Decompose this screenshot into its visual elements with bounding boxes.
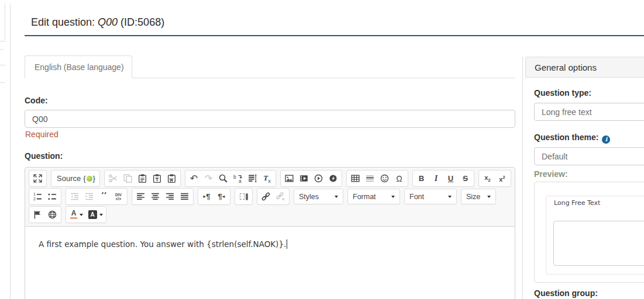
numbered-list-button[interactable]: 12 [30, 189, 45, 204]
toolgroup-colors: A A [66, 206, 106, 223]
question-label: Question: [25, 151, 63, 161]
paste-button[interactable] [135, 171, 150, 186]
language-button[interactable] [236, 189, 251, 204]
tab-english-base-language[interactable]: English (Base language) [25, 55, 132, 78]
background-color-button[interactable]: A [86, 207, 105, 222]
italic-button[interactable]: I [429, 171, 443, 186]
placeholder-button[interactable] [30, 207, 45, 222]
question-theme-value: Default [542, 152, 567, 161]
editor-toolbar-row-2: 12 ” DIV</> ▸¶ ¶◂ [28, 187, 512, 206]
text-direction-ltr-button[interactable]: ▸¶ [199, 189, 214, 204]
blockquote-button[interactable]: ” [97, 189, 111, 204]
special-char-button[interactable]: Ω [392, 171, 407, 186]
copy-icon [123, 173, 133, 183]
align-center-button[interactable] [148, 189, 163, 204]
copy-button[interactable] [120, 171, 135, 186]
insert-image-button[interactable] [282, 171, 297, 186]
title-divider-rule [25, 35, 644, 36]
question-group-label: Question group: [534, 288, 598, 298]
lime-replacement-fields-icon: {} [83, 174, 95, 183]
right-panel-divider [522, 57, 523, 299]
text-color-button[interactable]: A [67, 207, 86, 222]
flash-button[interactable] [326, 171, 340, 186]
strikethrough-button[interactable]: S [458, 171, 473, 186]
select-all-button[interactable] [245, 171, 260, 186]
align-justify-button[interactable] [177, 189, 192, 204]
tab-label: English (Base language) [35, 62, 124, 72]
size-dropdown[interactable]: Size [461, 189, 496, 204]
replace-icon: ba [233, 173, 243, 183]
question-theme-label: Question theme:i [534, 133, 610, 144]
increase-indent-button[interactable] [82, 189, 97, 204]
undo-button[interactable]: ↶ [187, 171, 201, 186]
insert-link-button[interactable] [259, 189, 273, 204]
bulleted-list-button[interactable] [45, 189, 60, 204]
align-center-icon [150, 192, 160, 201]
page-title-question-code: Q00 [98, 16, 118, 28]
paste-text-icon [152, 173, 162, 183]
code-input[interactable] [25, 110, 515, 128]
bold-button[interactable]: B [414, 171, 429, 186]
toolgroup-bidi: ▸¶ ¶◂ [198, 188, 230, 205]
underline-icon: U [448, 174, 453, 183]
text-color-icon: A [70, 210, 77, 219]
subscript-button[interactable]: x2 [480, 171, 495, 186]
select-all-icon [247, 173, 257, 183]
general-options-title: General options [535, 62, 597, 72]
general-options-panel-header[interactable]: General options [525, 57, 644, 78]
svg-text:1: 1 [33, 192, 36, 196]
text-direction-rtl-button[interactable]: ¶◂ [214, 189, 229, 204]
format-dropdown[interactable]: Format [347, 189, 400, 204]
align-right-button[interactable] [163, 189, 177, 204]
underline-button[interactable]: U [443, 171, 458, 186]
create-div-button[interactable]: DIV</> [111, 189, 126, 204]
align-left-icon [136, 192, 146, 201]
filmstrip-play-icon [299, 173, 309, 183]
info-icon[interactable]: i [602, 135, 610, 144]
ltr-icon: ▸¶ [204, 193, 211, 200]
paste-as-text-button[interactable] [150, 171, 164, 186]
page-title-prefix: Edit question: [31, 16, 95, 28]
insert-table-button[interactable] [348, 171, 363, 186]
chevron-down-icon [335, 196, 338, 198]
decrease-indent-button[interactable] [67, 189, 82, 204]
redo-button[interactable]: ↷ [201, 171, 216, 186]
insert-video-button[interactable] [297, 171, 311, 186]
sidebar-row-divider [0, 82, 5, 83]
horizontal-rule-icon [365, 173, 375, 183]
find-button[interactable] [216, 171, 230, 186]
page-title: Edit question:Q00(ID:5068) [31, 16, 164, 29]
editor-content-area[interactable]: A first example question. You answer wit… [25, 227, 515, 299]
unlink-icon [275, 192, 285, 201]
replace-button[interactable]: ba [230, 171, 245, 186]
media-embed-button[interactable] [311, 171, 326, 186]
cut-button[interactable] [106, 171, 120, 186]
toolgroup-media [280, 170, 342, 187]
iframe-button[interactable] [45, 207, 60, 222]
align-left-button[interactable] [133, 189, 148, 204]
font-dropdown-label: Font [409, 193, 424, 201]
maximize-button[interactable] [30, 171, 45, 186]
styles-dropdown-label: Styles [299, 193, 319, 201]
preview-label: Preview: [534, 169, 568, 179]
superscript-button[interactable]: x2 [495, 171, 509, 186]
question-theme-select[interactable]: Default [534, 147, 644, 165]
font-dropdown[interactable]: Font [404, 189, 457, 204]
chevron-down-icon [391, 196, 395, 198]
paste-from-word-button[interactable] [164, 171, 179, 186]
question-text: A first example question. You answer wit… [39, 239, 286, 249]
text-cursor [287, 239, 287, 249]
table-icon [350, 173, 360, 183]
format-dropdown-label: Format [353, 193, 376, 201]
superscript-icon: x2 [499, 175, 505, 183]
source-button[interactable]: Source {} [53, 171, 98, 186]
question-type-select[interactable]: Long free text [534, 103, 644, 121]
horizontal-rule-button[interactable] [363, 171, 377, 186]
unlink-button[interactable] [273, 189, 288, 204]
preview-answer-textarea[interactable] [553, 221, 644, 266]
indent-icon [84, 192, 94, 201]
styles-dropdown[interactable]: Styles [294, 189, 343, 204]
smiley-button[interactable] [377, 171, 392, 186]
remove-format-button[interactable]: Tx [260, 171, 274, 186]
smiley-icon [380, 173, 390, 183]
